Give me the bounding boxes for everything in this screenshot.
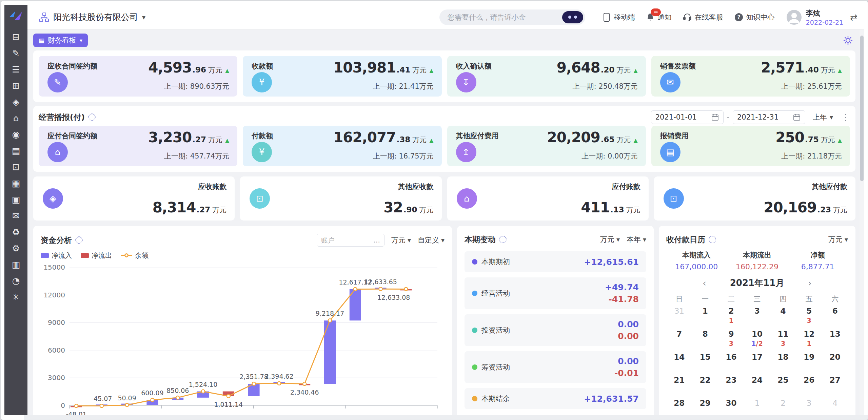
calendar-day-31[interactable]: 31 bbox=[666, 305, 692, 327]
assistant-robot-icon[interactable] bbox=[562, 11, 583, 23]
calendar-unit-select[interactable]: 万元▾ bbox=[828, 235, 848, 244]
kpi-previous-period: 上一期: 21.41万元 bbox=[373, 82, 434, 91]
search-input[interactable] bbox=[447, 13, 562, 22]
next-month-button[interactable]: › bbox=[808, 278, 811, 288]
sidebar-item-contract-icon[interactable]: ✎ bbox=[9, 46, 23, 60]
sidebar-item-cycle-icon[interactable]: ♻ bbox=[9, 225, 23, 239]
income-confirm-card: 收入确认额↧9,648.20万元▲上一期: 250.48万元 bbox=[447, 56, 646, 97]
sidebar-item-workbench-icon[interactable]: ⊟ bbox=[9, 30, 23, 44]
payment-icon: ¥ bbox=[252, 142, 272, 162]
refresh-icon[interactable] bbox=[88, 113, 96, 121]
sidebar-item-asset-icon[interactable]: ⌂ bbox=[9, 111, 23, 125]
calendar-day-5[interactable]: 53 bbox=[796, 305, 822, 327]
prev-month-button[interactable]: ‹ bbox=[703, 278, 706, 288]
trend-up-icon: ▲ bbox=[838, 67, 842, 74]
range-select[interactable]: 上年▾ bbox=[813, 112, 833, 122]
nav-online-service[interactable]: 在线客服 bbox=[683, 13, 723, 22]
calendar-day-25[interactable]: 25 bbox=[770, 374, 796, 396]
weekday-label: 三 bbox=[744, 294, 770, 304]
calendar-day-1[interactable]: 1 bbox=[692, 305, 718, 327]
calendar-day-26[interactable]: 26 bbox=[796, 374, 822, 396]
date-from-input[interactable]: 2021-01-01 bbox=[651, 110, 724, 124]
nav-mobile[interactable]: 移动端 bbox=[602, 13, 635, 22]
legend-净流出[interactable]: 净流出 bbox=[81, 251, 112, 260]
weekday-label: 四 bbox=[770, 294, 796, 304]
payable-contract-icon: ⌂ bbox=[47, 142, 68, 162]
scrollbar-thumb[interactable] bbox=[860, 36, 864, 181]
sidebar-item-voucher-icon[interactable]: ▤ bbox=[9, 144, 23, 158]
sidebar-item-coin-icon[interactable]: ◉ bbox=[9, 128, 23, 141]
sidebar-item-more-icon[interactable]: ✳ bbox=[9, 290, 23, 304]
calendar-day-14[interactable]: 14 bbox=[666, 351, 692, 373]
calendar-day-13[interactable]: 13 bbox=[822, 328, 848, 350]
calendar-month-label: 2021年11月 bbox=[730, 277, 785, 289]
board-settings-button[interactable] bbox=[841, 33, 855, 48]
sidebar-item-invoice-icon[interactable]: ✉ bbox=[9, 209, 23, 223]
calendar-day-9[interactable]: 93 bbox=[718, 328, 744, 350]
sidebar-item-statistics-icon[interactable]: ▥ bbox=[9, 258, 23, 271]
calendar-day-23[interactable]: 23 bbox=[718, 374, 744, 396]
other-receivable-icon: ⊡ bbox=[250, 188, 270, 209]
more-menu-icon[interactable]: ⋮ bbox=[841, 112, 850, 122]
sidebar-item-history-icon[interactable]: ◔ bbox=[9, 274, 23, 288]
svg-text:850.06: 850.06 bbox=[166, 387, 189, 394]
series-dot bbox=[472, 259, 477, 265]
chevron-down-icon: ▾ bbox=[142, 13, 145, 21]
period-row-values: 0.00-0.01 bbox=[614, 356, 639, 378]
calendar-day-17[interactable]: 17 bbox=[744, 351, 770, 373]
calendar-grid: 31121345367893101/2113121131415161718192… bbox=[666, 305, 848, 419]
calendar-day-3[interactable]: 3 bbox=[744, 305, 770, 327]
account-input[interactable]: 账户… bbox=[317, 234, 384, 247]
sidebar-item-settings-icon[interactable]: ⚙ bbox=[9, 241, 23, 255]
calendar-day-7[interactable]: 7 bbox=[666, 328, 692, 350]
fund-unit-select[interactable]: 万元▾ bbox=[391, 235, 411, 245]
sidebar-item-calendar-icon[interactable]: ⊡ bbox=[9, 160, 23, 174]
refresh-icon[interactable] bbox=[709, 236, 716, 243]
period-unit-select[interactable]: 万元▾ bbox=[600, 235, 620, 244]
calendar-day-12[interactable]: 121 bbox=[796, 328, 822, 350]
calendar-day-8[interactable]: 8 bbox=[692, 328, 718, 350]
sidebar-item-layers-icon[interactable]: ☰ bbox=[9, 63, 23, 76]
date-to-input[interactable]: 2021-12-31 bbox=[733, 110, 805, 124]
collapse-toggle-icon[interactable]: ⇄ bbox=[850, 12, 857, 22]
calendar-day-16[interactable]: 16 bbox=[718, 351, 744, 373]
calendar-day-21[interactable]: 21 bbox=[666, 374, 692, 396]
kpi-value: 4,593.96万元▲ bbox=[148, 59, 229, 76]
calendar-day-11[interactable]: 113 bbox=[770, 328, 796, 350]
calendar-day-22[interactable]: 22 bbox=[692, 374, 718, 396]
calendar-day-27[interactable]: 27 bbox=[822, 374, 848, 396]
legend-净流入[interactable]: 净流入 bbox=[41, 251, 72, 260]
refresh-icon[interactable] bbox=[499, 236, 507, 243]
calendar-icon bbox=[711, 113, 719, 121]
kpi-title: 报销费用 bbox=[660, 131, 689, 141]
period-range-select[interactable]: 本年▾ bbox=[627, 235, 646, 244]
weekday-label: 五 bbox=[796, 294, 822, 304]
sidebar-item-ledger-icon[interactable]: ⊞ bbox=[9, 79, 23, 92]
nav-notifications[interactable]: 通知 bbox=[646, 13, 672, 22]
calendar-day-2[interactable]: 21 bbox=[718, 305, 744, 327]
company-selector[interactable]: 阳光科技股份有限公司 ▾ bbox=[39, 12, 145, 23]
calendar-day-19[interactable]: 19 bbox=[796, 351, 822, 373]
calendar-day-18[interactable]: 18 bbox=[770, 351, 796, 373]
online-service-icon bbox=[683, 13, 692, 22]
payment-card: 付款额¥162,077.38万元▲上一期: 16.75万元 bbox=[243, 126, 441, 166]
nav-knowledge-center[interactable]: ?知识中心 bbox=[734, 13, 775, 22]
calendar-day-24[interactable]: 24 bbox=[744, 374, 770, 396]
sidebar-item-security-icon[interactable]: ◈ bbox=[9, 95, 23, 109]
refresh-icon[interactable] bbox=[75, 236, 83, 244]
legend-余额[interactable]: 余额 bbox=[121, 251, 149, 260]
calendar-day-20[interactable]: 20 bbox=[822, 351, 848, 373]
sidebar-item-funds-icon[interactable]: ▣ bbox=[9, 193, 23, 206]
sidebar-item-grid-report-icon[interactable]: ▦ bbox=[9, 176, 23, 190]
day-badge: 1 bbox=[796, 340, 822, 347]
tab-finance-board[interactable]: ▦ 财务看板 ▾ bbox=[33, 34, 88, 47]
series-dot bbox=[472, 328, 477, 333]
sidebar: ⊟✎☰⊞◈⌂◉▤⊡▦▣✉♻⚙▥◔✳ bbox=[4, 5, 27, 415]
fund-range-select[interactable]: 自定义▾ bbox=[418, 235, 445, 245]
calendar-day-4[interactable]: 4 bbox=[770, 305, 796, 327]
calendar-day-15[interactable]: 15 bbox=[692, 351, 718, 373]
user-menu[interactable]: 李炫 2022-02-21 bbox=[786, 8, 843, 26]
period-row-values: 0.000.00 bbox=[618, 319, 639, 341]
calendar-day-10[interactable]: 101/2 bbox=[744, 328, 770, 350]
calendar-day-6[interactable]: 6 bbox=[822, 305, 848, 327]
